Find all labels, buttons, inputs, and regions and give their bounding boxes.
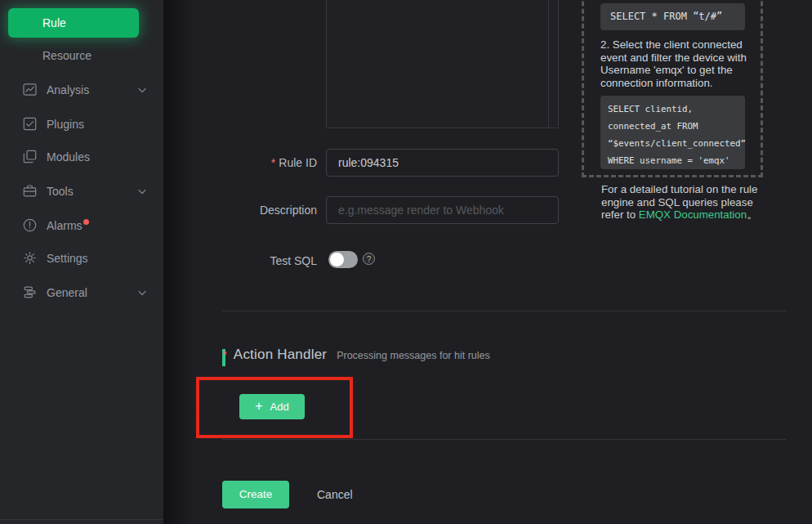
help-step-2-text: 2. Select the client connected event and… [600,38,751,89]
chevron-down-icon [138,87,146,93]
add-button-label: Add [270,401,289,413]
sql-line: SELECT clientid, [608,101,745,118]
cancel-button[interactable]: Cancel [317,486,353,503]
sidebar-item-alarms[interactable]: Alarms [0,213,163,238]
section-subtitle: Processing messages for hit rules [337,350,490,361]
required-asterisk: * [222,347,227,361]
tools-toolbox-icon [23,184,37,198]
chevron-down-icon [138,290,146,296]
sidebar-item-label: Analysis [47,78,89,102]
alarms-badge [83,219,89,225]
sidebar-item-label: Rule [42,16,66,29]
analysis-chart-icon [23,83,37,96]
sidebar-item-modules[interactable]: Modules [0,145,163,169]
section-title: Action Handler [234,347,327,363]
sql-example-1: SELECT * FROM “t/#” [600,3,745,30]
sidebar-item-label: Tools [47,179,74,204]
help-question-icon[interactable]: ? [363,253,375,265]
rule-id-label: *Rule ID [163,155,317,171]
add-action-button[interactable]: + Add [239,394,305,419]
sql-line: WHERE username = 'emqx' [608,152,745,169]
general-stack-icon [23,285,37,299]
sidebar-item-label: Modules [47,145,90,169]
test-sql-label: Test SQL [163,253,317,269]
action-handler-header: * Action Handler Processing messages for… [222,347,490,365]
sidebar-item-label: General [47,280,87,305]
rule-id-input[interactable] [326,149,559,177]
sidebar-item-label: Alarms [47,213,89,238]
sidebar-item-resource[interactable]: Resource [0,43,163,68]
plugins-checkbox-icon [23,117,37,131]
description-input[interactable] [326,196,559,224]
sidebar-divider [0,519,163,520]
emqx-documentation-link[interactable]: EMQX Documentation [639,208,747,221]
tutorial-suffix: 。 [747,208,757,221]
toggle-knob [330,253,344,266]
settings-gear-icon [23,251,37,265]
sidebar-item-general[interactable]: General [0,280,163,305]
sidebar-item-label: Resource [42,43,91,68]
sidebar-item-plugins[interactable]: Plugins [0,112,163,137]
section-divider-top [222,311,786,311]
sql-editor[interactable] [326,0,559,128]
editor-scrollbar[interactable] [548,0,549,128]
chevron-down-icon [138,189,146,195]
required-asterisk: * [271,156,275,169]
alarms-alert-icon [23,218,37,232]
create-button[interactable]: Create [222,481,289,508]
sidebar-item-label: Plugins [47,112,84,137]
description-label: Description [163,202,317,218]
sidebar-item-analysis[interactable]: Analysis [0,78,163,102]
plus-icon: + [255,400,262,413]
sidebar-item-settings[interactable]: Settings [0,246,163,271]
sidebar: Rule Resource Analysis Plugins Modules [0,0,163,524]
sql-example-2: SELECT clientid, connected_at FROM “$eve… [600,96,745,169]
sidebar-item-rule[interactable]: Rule [8,8,139,38]
sql-line: “$events/client_connected” [608,135,745,152]
section-divider-bottom [222,439,786,440]
sidebar-item-label: Settings [47,246,88,271]
sidebar-item-tools[interactable]: Tools [0,179,163,204]
sql-line: connected_at FROM [608,118,745,135]
tutorial-text: For a detailed tutorial on the rule engi… [601,183,758,222]
test-sql-toggle[interactable] [328,251,358,268]
modules-copy-icon [23,150,37,163]
